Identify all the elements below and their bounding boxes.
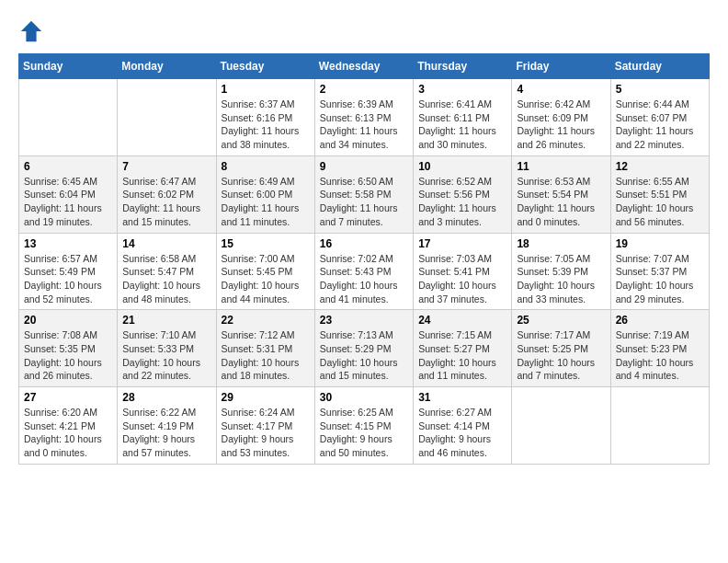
calendar-day-cell: 2Sunrise: 6:39 AM Sunset: 6:13 PM Daylig… <box>314 79 413 156</box>
calendar-day-cell <box>610 387 709 465</box>
weekday-header-cell: Wednesday <box>314 54 413 79</box>
day-number: 7 <box>122 160 210 173</box>
day-number: 11 <box>517 160 605 173</box>
calendar-week-row: 1Sunrise: 6:37 AM Sunset: 6:16 PM Daylig… <box>19 79 710 156</box>
calendar-day-cell: 14Sunrise: 6:58 AM Sunset: 5:47 PM Dayli… <box>118 233 216 310</box>
day-number: 14 <box>122 237 210 250</box>
day-number: 15 <box>222 237 310 250</box>
calendar-day-cell <box>118 79 216 156</box>
calendar-week-row: 27Sunrise: 6:20 AM Sunset: 4:21 PM Dayli… <box>19 387 710 465</box>
day-info: Sunrise: 6:53 AM Sunset: 5:54 PM Dayligh… <box>517 175 605 229</box>
calendar-day-cell: 7Sunrise: 6:47 AM Sunset: 6:02 PM Daylig… <box>118 155 216 233</box>
day-number: 3 <box>418 83 506 96</box>
logo <box>18 18 48 44</box>
day-info: Sunrise: 6:49 AM Sunset: 6:00 PM Dayligh… <box>222 175 310 229</box>
calendar-day-cell <box>19 79 118 156</box>
day-number: 27 <box>24 391 112 404</box>
day-number: 5 <box>616 83 704 96</box>
calendar-day-cell: 28Sunrise: 6:22 AM Sunset: 4:19 PM Dayli… <box>118 387 216 465</box>
calendar-day-cell: 21Sunrise: 7:10 AM Sunset: 5:33 PM Dayli… <box>118 310 216 387</box>
weekday-header-cell: Thursday <box>414 54 512 79</box>
calendar-day-cell <box>512 387 610 465</box>
day-info: Sunrise: 7:00 AM Sunset: 5:45 PM Dayligh… <box>222 252 310 306</box>
day-info: Sunrise: 6:22 AM Sunset: 4:19 PM Dayligh… <box>122 406 210 460</box>
day-number: 18 <box>517 237 605 250</box>
day-number: 16 <box>320 237 408 250</box>
calendar-day-cell: 30Sunrise: 6:25 AM Sunset: 4:15 PM Dayli… <box>314 387 413 465</box>
weekday-header-cell: Tuesday <box>216 54 314 79</box>
day-number: 2 <box>320 83 408 96</box>
calendar-week-row: 13Sunrise: 6:57 AM Sunset: 5:49 PM Dayli… <box>19 233 710 310</box>
weekday-header-cell: Sunday <box>19 54 118 79</box>
day-info: Sunrise: 7:12 AM Sunset: 5:31 PM Dayligh… <box>222 328 310 383</box>
calendar-header: SundayMondayTuesdayWednesdayThursdayFrid… <box>19 54 710 79</box>
weekday-header-cell: Friday <box>512 54 610 79</box>
day-info: Sunrise: 6:44 AM Sunset: 6:07 PM Dayligh… <box>616 98 704 152</box>
day-info: Sunrise: 7:02 AM Sunset: 5:43 PM Dayligh… <box>320 252 408 306</box>
day-number: 20 <box>24 314 112 327</box>
day-info: Sunrise: 6:20 AM Sunset: 4:21 PM Dayligh… <box>24 406 112 460</box>
day-info: Sunrise: 6:57 AM Sunset: 5:49 PM Dayligh… <box>24 252 112 306</box>
calendar-day-cell: 8Sunrise: 6:49 AM Sunset: 6:00 PM Daylig… <box>216 155 314 233</box>
day-info: Sunrise: 7:07 AM Sunset: 5:37 PM Dayligh… <box>616 252 704 306</box>
day-info: Sunrise: 7:17 AM Sunset: 5:25 PM Dayligh… <box>517 328 605 383</box>
day-number: 6 <box>24 160 112 173</box>
calendar-day-cell: 11Sunrise: 6:53 AM Sunset: 5:54 PM Dayli… <box>512 155 610 233</box>
day-info: Sunrise: 6:55 AM Sunset: 5:51 PM Dayligh… <box>616 175 704 229</box>
day-number: 24 <box>418 314 506 327</box>
calendar-day-cell: 5Sunrise: 6:44 AM Sunset: 6:07 PM Daylig… <box>610 79 709 156</box>
day-info: Sunrise: 6:39 AM Sunset: 6:13 PM Dayligh… <box>320 98 408 152</box>
day-info: Sunrise: 7:13 AM Sunset: 5:29 PM Dayligh… <box>320 328 408 383</box>
calendar-day-cell: 6Sunrise: 6:45 AM Sunset: 6:04 PM Daylig… <box>19 155 118 233</box>
calendar-day-cell: 23Sunrise: 7:13 AM Sunset: 5:29 PM Dayli… <box>314 310 413 387</box>
day-number: 19 <box>616 237 704 250</box>
page-header <box>18 18 710 44</box>
svg-marker-0 <box>21 21 41 41</box>
day-info: Sunrise: 6:52 AM Sunset: 5:56 PM Dayligh… <box>418 175 506 229</box>
day-number: 4 <box>517 83 605 96</box>
day-info: Sunrise: 7:19 AM Sunset: 5:23 PM Dayligh… <box>616 328 704 383</box>
day-number: 9 <box>320 160 408 173</box>
calendar-body: 1Sunrise: 6:37 AM Sunset: 6:16 PM Daylig… <box>19 79 710 465</box>
day-number: 22 <box>222 314 310 327</box>
calendar-day-cell: 12Sunrise: 6:55 AM Sunset: 5:51 PM Dayli… <box>610 155 709 233</box>
calendar-day-cell: 15Sunrise: 7:00 AM Sunset: 5:45 PM Dayli… <box>216 233 314 310</box>
calendar-day-cell: 24Sunrise: 7:15 AM Sunset: 5:27 PM Dayli… <box>414 310 512 387</box>
logo-icon <box>18 18 44 44</box>
day-number: 30 <box>320 391 408 404</box>
calendar-day-cell: 27Sunrise: 6:20 AM Sunset: 4:21 PM Dayli… <box>19 387 118 465</box>
calendar-day-cell: 18Sunrise: 7:05 AM Sunset: 5:39 PM Dayli… <box>512 233 610 310</box>
calendar-day-cell: 31Sunrise: 6:27 AM Sunset: 4:14 PM Dayli… <box>414 387 512 465</box>
day-info: Sunrise: 6:58 AM Sunset: 5:47 PM Dayligh… <box>122 252 210 306</box>
weekday-header-cell: Saturday <box>610 54 709 79</box>
calendar-day-cell: 20Sunrise: 7:08 AM Sunset: 5:35 PM Dayli… <box>19 310 118 387</box>
day-info: Sunrise: 6:50 AM Sunset: 5:58 PM Dayligh… <box>320 175 408 229</box>
calendar-day-cell: 3Sunrise: 6:41 AM Sunset: 6:11 PM Daylig… <box>414 79 512 156</box>
day-info: Sunrise: 7:03 AM Sunset: 5:41 PM Dayligh… <box>418 252 506 306</box>
calendar-day-cell: 9Sunrise: 6:50 AM Sunset: 5:58 PM Daylig… <box>314 155 413 233</box>
weekday-header-cell: Monday <box>118 54 216 79</box>
calendar-table: SundayMondayTuesdayWednesdayThursdayFrid… <box>18 53 710 465</box>
day-info: Sunrise: 6:45 AM Sunset: 6:04 PM Dayligh… <box>24 175 112 229</box>
day-info: Sunrise: 6:42 AM Sunset: 6:09 PM Dayligh… <box>517 98 605 152</box>
day-number: 17 <box>418 237 506 250</box>
day-number: 28 <box>122 391 210 404</box>
day-info: Sunrise: 7:15 AM Sunset: 5:27 PM Dayligh… <box>418 328 506 383</box>
day-number: 8 <box>222 160 310 173</box>
day-info: Sunrise: 6:24 AM Sunset: 4:17 PM Dayligh… <box>222 406 310 460</box>
day-number: 12 <box>616 160 704 173</box>
calendar-day-cell: 26Sunrise: 7:19 AM Sunset: 5:23 PM Dayli… <box>610 310 709 387</box>
calendar-day-cell: 25Sunrise: 7:17 AM Sunset: 5:25 PM Dayli… <box>512 310 610 387</box>
day-info: Sunrise: 7:10 AM Sunset: 5:33 PM Dayligh… <box>122 328 210 383</box>
day-number: 1 <box>222 83 310 96</box>
day-info: Sunrise: 6:47 AM Sunset: 6:02 PM Dayligh… <box>122 175 210 229</box>
day-info: Sunrise: 6:25 AM Sunset: 4:15 PM Dayligh… <box>320 406 408 460</box>
day-number: 25 <box>517 314 605 327</box>
calendar-day-cell: 4Sunrise: 6:42 AM Sunset: 6:09 PM Daylig… <box>512 79 610 156</box>
calendar-day-cell: 22Sunrise: 7:12 AM Sunset: 5:31 PM Dayli… <box>216 310 314 387</box>
calendar-day-cell: 13Sunrise: 6:57 AM Sunset: 5:49 PM Dayli… <box>19 233 118 310</box>
day-number: 23 <box>320 314 408 327</box>
calendar-week-row: 20Sunrise: 7:08 AM Sunset: 5:35 PM Dayli… <box>19 310 710 387</box>
day-number: 26 <box>616 314 704 327</box>
calendar-day-cell: 10Sunrise: 6:52 AM Sunset: 5:56 PM Dayli… <box>414 155 512 233</box>
